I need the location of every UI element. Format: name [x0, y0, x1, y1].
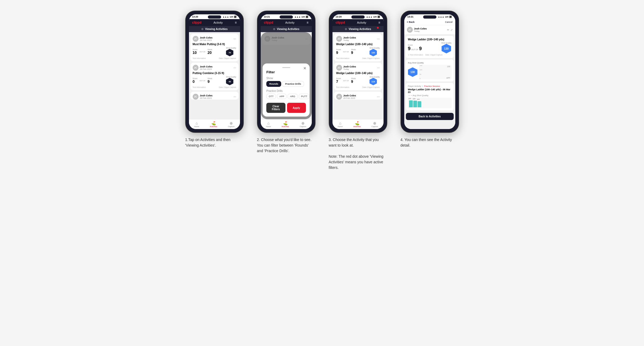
- app-header-1: clippd Activity ≡: [189, 19, 240, 26]
- viewing-activities-bar-3[interactable]: ⚙ Viewing Activities: [332, 26, 384, 32]
- card-header-1-3: JC Josh Coles 28 Feb 2023 ···: [193, 94, 236, 100]
- activity-card-1-3: JC Josh Coles 28 Feb 2023 ···: [191, 92, 238, 100]
- logo-2: clippd: [264, 21, 273, 24]
- score-group-3-2: Score 7: [336, 78, 341, 84]
- nav-capture-2[interactable]: ⊕ Capture: [300, 121, 306, 127]
- detail-stats-card-4: Wedge Ladder (100–140 yds) Score 9 OUT O…: [406, 36, 454, 58]
- rounds-btn[interactable]: Rounds: [266, 81, 281, 87]
- dots-1-3[interactable]: ···: [233, 95, 236, 99]
- menu-icon-1[interactable]: ≡: [235, 21, 237, 24]
- menu-icon-3[interactable]: ≡: [378, 21, 380, 24]
- card-header-3-2: JC Josh Coles Today ···: [336, 65, 380, 71]
- shots-label-1-1: Shots: [208, 49, 212, 50]
- footer-right-3-1: Data: Clippd Capture: [362, 57, 380, 59]
- activity-card-1-2[interactable]: JC Josh Coles 28 Feb 2023 ··· Putting Co…: [191, 63, 238, 90]
- nav-activities-1[interactable]: ⛳ Activities: [210, 121, 217, 127]
- sq-label-3-2: Shot Quality: [369, 76, 380, 78]
- hexagon-4: 130: [441, 44, 451, 53]
- player-date-3-1: Today: [343, 39, 356, 41]
- sq-label-1-1: Shot Quality: [226, 47, 236, 49]
- player-name-1-1: Josh Coles: [200, 36, 213, 39]
- nav-activities-2[interactable]: ⛳ Activities: [282, 121, 289, 127]
- session-link-4[interactable]: Practice Session: [424, 85, 440, 87]
- footer-left-1-2: Test Information: [193, 86, 206, 88]
- edit-icon-4[interactable]: ✏: [447, 28, 449, 31]
- capture-icon-1: ⊕: [230, 121, 233, 125]
- nav-capture-label-3: Capture: [371, 126, 378, 127]
- score-group-1-2: Score 0: [193, 78, 197, 84]
- player-name-3-1: Josh Coles: [343, 36, 356, 39]
- phone-3-container: 13:20 ▲▲▲ wifi ⬛ clippd Activity ≡ ⚙ Vie…: [326, 11, 390, 170]
- score-label-3-2: Score: [336, 78, 341, 79]
- red-dot-3: [377, 27, 379, 29]
- activity-card-3-1[interactable]: JC Josh Coles Today ··· Wedge Ladder (10…: [334, 34, 382, 61]
- menu-icon-2[interactable]: ≡: [306, 21, 308, 24]
- card-footer-3-1: Test Information Data: Clippd Capture: [336, 57, 380, 59]
- stats-row-3-2: Score 7 OUT OF Shots 9 Shot Quality: [336, 76, 380, 85]
- detail-chart-card-4: Avg Shot Quality 130 140 100 50 0: [406, 59, 454, 82]
- filter-title: Filter: [266, 70, 306, 74]
- apply-btn[interactable]: Apply: [287, 103, 306, 113]
- time-2: 13:21: [264, 15, 270, 18]
- nav-capture-1[interactable]: ⊕ Capture: [228, 121, 234, 127]
- dots-1-2[interactable]: ···: [233, 66, 236, 70]
- drill-ott[interactable]: OTT: [266, 94, 276, 99]
- screen-4: 13:21 ▲▲▲ wifi ⬛ < Back Cancel JC: [404, 14, 455, 129]
- cancel-link-4[interactable]: Cancel: [445, 21, 452, 23]
- back-link-4[interactable]: < Back: [407, 21, 415, 23]
- nav-capture-label-1: Capture: [228, 126, 234, 127]
- player-date-1-1: 28 Feb 2023: [200, 39, 213, 41]
- back-to-activities-btn-4[interactable]: Back to Activities: [406, 113, 454, 120]
- avatar-name-1-2: JC Josh Coles 28 Feb 2023: [193, 65, 213, 71]
- viewing-activities-bar-2[interactable]: ⚙ Viewing Activities: [261, 26, 312, 32]
- player-date-1-3: 28 Feb 2023: [200, 97, 213, 99]
- activity-card-1-1[interactable]: JC Josh Coles 28 Feb 2023 ··· Must Make …: [191, 34, 238, 61]
- status-icons-1: ▲▲▲ wifi ⬛: [222, 16, 237, 18]
- nav-activities-3[interactable]: ⛳ Activities: [353, 121, 361, 127]
- outof-1-1: OUT OF: [200, 51, 205, 53]
- home-icon-3: ⌂: [339, 121, 341, 125]
- footer-right-1-1: Data: Clippd Capture: [219, 57, 236, 59]
- shots-label-3-2: Shots: [351, 78, 356, 79]
- nav-capture-3[interactable]: ⊕ Capture: [371, 121, 378, 127]
- shots-group-3-1: Shots 9: [351, 49, 356, 55]
- activity-card-3-2[interactable]: JC Josh Coles Today ··· Wedge Ladder (10…: [334, 63, 382, 90]
- show-label: Show: [266, 77, 306, 80]
- drill-putt[interactable]: PUTT: [299, 94, 310, 99]
- detail-player-info-4: JC Josh Coles Today: [407, 27, 427, 33]
- name-date-1-1: Josh Coles 28 Feb 2023: [200, 36, 213, 41]
- outof-3-1: OUT OF: [343, 51, 349, 53]
- score-value-1-1: 10: [193, 50, 197, 55]
- drill-arg[interactable]: ARG: [288, 94, 298, 99]
- avg-shot-label-4: Avg Shot Quality: [408, 62, 452, 64]
- nav-home-2[interactable]: ⌂ Home: [266, 121, 271, 127]
- avatar-1-3: JC: [193, 94, 199, 100]
- nav-home-1[interactable]: ⌂ Home: [194, 121, 199, 127]
- time-1: 13:20: [192, 15, 198, 18]
- shots-value-3-2: 9: [351, 79, 356, 84]
- nav-home-label-2: Home: [266, 126, 271, 127]
- score-label-3-1: Score: [336, 49, 341, 50]
- score-label-1-2: Score: [193, 78, 197, 79]
- time-3: 13:20: [336, 15, 342, 18]
- hexagon-1-1: 75: [226, 49, 233, 56]
- nav-home-3[interactable]: ⌂ Home: [338, 121, 343, 127]
- dots-1-1[interactable]: ···: [233, 37, 236, 41]
- dots-3-2[interactable]: ···: [377, 66, 380, 70]
- score-label-1-1: Score: [193, 49, 197, 50]
- practice-btn[interactable]: Practice Drills: [282, 81, 304, 87]
- avatar-3-1: JC: [336, 36, 342, 42]
- filter-actions: Clear Filters Apply: [266, 103, 306, 113]
- dots-3-1[interactable]: ···: [377, 37, 380, 41]
- viewing-activities-bar-1[interactable]: ⚙ Viewing Activities: [189, 26, 240, 32]
- footer-left-3-2: Test Information: [336, 86, 350, 88]
- clear-filters-btn[interactable]: Clear Filters: [266, 103, 285, 113]
- detail-content-4: Wedge Ladder (100–140 yds) Score 9 OUT O…: [404, 34, 455, 129]
- filter-close-icon[interactable]: ✕: [303, 66, 306, 70]
- expand-icon-4[interactable]: ⤢: [451, 28, 453, 31]
- score-value-3-1: 9: [336, 50, 341, 55]
- drill-app[interactable]: APP: [277, 94, 287, 99]
- activity-title-1-2: Putting Combine (3-15 ft): [193, 72, 236, 75]
- app-header-2: clippd Activity ≡: [261, 19, 312, 26]
- toggle-row: Rounds Practice Drills: [266, 81, 306, 87]
